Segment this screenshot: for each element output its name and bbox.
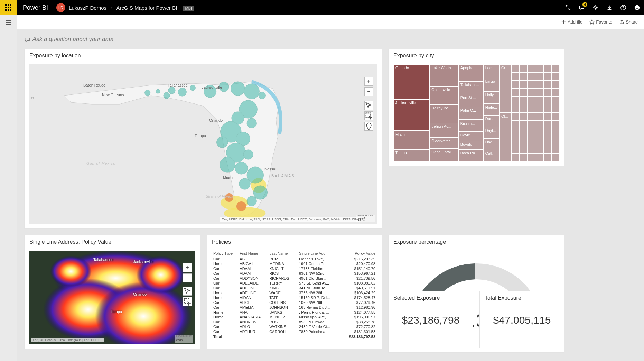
treemap-cell[interactable]: Lake Worth	[429, 64, 458, 86]
treemap-cell-small[interactable]	[511, 89, 519, 97]
treemap-cell-small[interactable]	[527, 145, 535, 153]
treemap-cell[interactable]: Clearwater	[429, 137, 458, 148]
treemap-cell[interactable]: Boca Ra...	[458, 150, 483, 161]
treemap-cell-small[interactable]	[535, 145, 543, 153]
treemap-cell-small[interactable]	[543, 97, 551, 105]
treemap-cell[interactable]: Cutle...	[483, 150, 499, 161]
treemap-cell-small[interactable]	[527, 129, 535, 137]
treemap-cell-small[interactable]	[511, 64, 519, 72]
arcgis-heatmap[interactable]: Tallahassee Jacksonville Orlando Tampa +…	[29, 251, 195, 344]
treemap-cell-small[interactable]	[535, 121, 543, 129]
table-header[interactable]: First Name	[238, 251, 268, 256]
treemap-cell[interactable]: Apopka	[458, 64, 483, 81]
arcgis-map[interactable]: Baton Rouge New Orleans Tallahassee Jack…	[29, 64, 377, 224]
treemap-cell[interactable]: Tallahass...	[458, 81, 483, 94]
treemap-cell-small[interactable]	[551, 64, 559, 72]
treemap-cell-small[interactable]	[519, 137, 527, 145]
tile-exposure-by-city[interactable]: Exposure by city OrlandoJacksonvilleMiam…	[388, 49, 564, 166]
treemap-cell-small[interactable]	[519, 121, 527, 129]
treemap-cell[interactable]: Palm C...	[458, 107, 483, 120]
treemap-cell-small[interactable]	[527, 89, 535, 97]
treemap-cell-small[interactable]	[511, 113, 519, 121]
table-row[interactable]: CarABELRUIZFlorida's Tpke, ...$216,203.3…	[212, 256, 377, 262]
select-marker-button[interactable]	[364, 122, 373, 131]
treemap-cell[interactable]: Tampa	[393, 149, 429, 161]
treemap-cell[interactable]: Miami	[393, 131, 429, 149]
fullscreen-button[interactable]	[561, 0, 575, 15]
treemap-cell-small[interactable]	[551, 137, 559, 145]
treemap-cell-small[interactable]	[551, 145, 559, 153]
treemap-cell[interactable]: Largo	[483, 78, 499, 91]
treemap-cell[interactable]: Cl...	[499, 113, 511, 161]
treemap-cell[interactable]: Dayt...	[483, 127, 499, 138]
treemap-cell-small[interactable]	[543, 145, 551, 153]
treemap-cell-small[interactable]	[527, 121, 535, 129]
treemap-cell-small[interactable]	[511, 137, 519, 145]
treemap-cell-small[interactable]	[511, 153, 519, 161]
qa-input[interactable]	[32, 35, 143, 44]
treemap-cell-small[interactable]	[551, 105, 559, 113]
treemap-cell-small[interactable]	[535, 97, 543, 105]
table-row[interactable]: HomeADELINEWADE3756 NW 26th ...$106,424.…	[212, 290, 377, 295]
treemap-cell[interactable]: Cr...	[499, 64, 511, 113]
treemap-cell[interactable]: Delray Be...	[429, 105, 458, 123]
treemap-cell[interactable]: Port St ...	[458, 94, 483, 107]
app-launcher-button[interactable]	[0, 0, 17, 15]
treemap-cell-small[interactable]	[519, 153, 527, 161]
treemap-cell-small[interactable]	[519, 89, 527, 97]
treemap-cell-small[interactable]	[551, 113, 559, 121]
favorite-button[interactable]: Favorite	[589, 19, 612, 25]
treemap-cell-small[interactable]	[527, 97, 535, 105]
treemap-cell-small[interactable]	[527, 137, 535, 145]
tile-total-exposure[interactable]: Total Exposure $47,005,115	[479, 291, 564, 348]
treemap-cell-small[interactable]	[535, 129, 543, 137]
zoom-in-button[interactable]: +	[183, 263, 192, 272]
treemap-cell-small[interactable]	[519, 97, 527, 105]
treemap-cell[interactable]: Gainesville	[429, 86, 458, 105]
treemap-cell-small[interactable]	[543, 72, 551, 80]
treemap-cell-small[interactable]	[511, 145, 519, 153]
treemap-cell-small[interactable]	[543, 113, 551, 121]
share-button[interactable]: Share	[619, 19, 638, 25]
table-row[interactable]: CarADELINEKING341 NE 30th Te...$40,511.5…	[212, 286, 377, 290]
tile-address-policy-value[interactable]: Single Line Address, Policy Value Tallah…	[24, 235, 200, 349]
table-row[interactable]: CarAMELIAJOHNSON163 Rivinia Dr, J...$12,…	[212, 305, 377, 310]
treemap-cell-small[interactable]	[511, 121, 519, 129]
treemap-cell[interactable]: Dade...	[483, 138, 499, 150]
select-rect-button[interactable]	[364, 111, 373, 120]
treemap-cell[interactable]: Lehigh Ac...	[429, 123, 458, 137]
treemap-cell-small[interactable]	[519, 72, 527, 80]
treemap-cell-small[interactable]	[527, 105, 535, 113]
table-row[interactable]: CarARLOWATKINS2439 E Verde Ct...$72,770.…	[212, 324, 377, 329]
treemap-cell-small[interactable]	[535, 113, 543, 121]
treemap-cell-small[interactable]	[511, 105, 519, 113]
table-header[interactable]: Policy Type	[212, 251, 238, 256]
zoom-out-button[interactable]: −	[364, 87, 373, 96]
treemap-cell-small[interactable]	[551, 153, 559, 161]
treemap-cell-small[interactable]	[543, 129, 551, 137]
treemap-cell-small[interactable]	[535, 153, 543, 161]
treemap-cell[interactable]: Orlando	[393, 64, 429, 99]
treemap-cell[interactable]: Kissim...	[458, 120, 483, 132]
treemap-cell-small[interactable]	[511, 81, 519, 89]
treemap-cell-small[interactable]	[511, 72, 519, 80]
treemap-cell-small[interactable]	[543, 89, 551, 97]
workspace-avatar[interactable]: LD	[56, 3, 65, 12]
treemap-cell-small[interactable]	[543, 153, 551, 161]
tile-policies[interactable]: Policies Policy TypeFirst NameLast NameS…	[207, 235, 382, 349]
treemap-cell-small[interactable]	[535, 105, 543, 113]
treemap-cell-small[interactable]	[511, 129, 519, 137]
table-row[interactable]: HomeAIDANTATE15160 SR-7, Del...$174,528.…	[212, 295, 377, 300]
treemap-cell-small[interactable]	[527, 113, 535, 121]
treemap-cell[interactable]: Cape Coral	[429, 148, 458, 161]
treemap-cell-small[interactable]	[551, 129, 559, 137]
treemap-cell-small[interactable]	[543, 105, 551, 113]
treemap-cell-small[interactable]	[527, 153, 535, 161]
treemap-cell-small[interactable]	[511, 97, 519, 105]
add-tile-button[interactable]: Add tile	[561, 19, 582, 25]
settings-button[interactable]	[589, 0, 603, 15]
policies-table[interactable]: Policy TypeFirst NameLast NameSingle Lin…	[212, 251, 377, 344]
treemap-cell-small[interactable]	[551, 81, 559, 89]
table-header[interactable]: Policy Value	[347, 251, 377, 256]
treemap-cell[interactable]: Davie	[458, 132, 483, 141]
